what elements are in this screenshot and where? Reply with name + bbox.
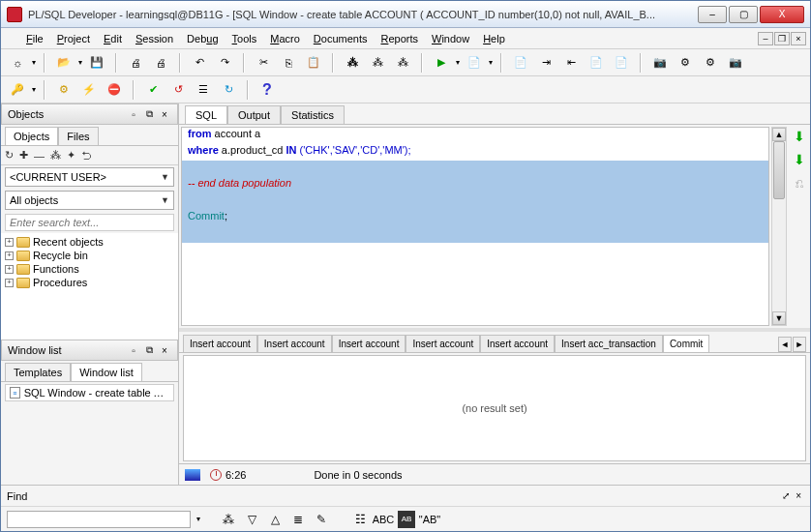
user-dropdown[interactable]: <CURRENT USER> ▼ bbox=[5, 167, 174, 187]
result-tab[interactable]: Insert account bbox=[480, 335, 555, 352]
find-up-icon[interactable]: △ bbox=[266, 511, 284, 528]
tab-statistics[interactable]: Statistics bbox=[281, 105, 345, 124]
delete-icon[interactable]: — bbox=[34, 150, 45, 162]
refresh-icon[interactable]: ↻ bbox=[5, 149, 14, 162]
find-close-icon[interactable]: × bbox=[793, 490, 804, 501]
find-all-icon[interactable]: ≣ bbox=[289, 511, 307, 528]
camera-icon[interactable]: 📷 bbox=[649, 52, 671, 74]
paste-icon[interactable]: 📋 bbox=[303, 52, 324, 74]
menu-tools[interactable]: Tools bbox=[226, 31, 263, 46]
rollback-icon[interactable]: ↺ bbox=[167, 79, 189, 101]
new-icon[interactable]: ☼ bbox=[7, 52, 28, 74]
tool4-icon[interactable]: 📷 bbox=[725, 52, 746, 74]
expand-icon[interactable]: + bbox=[5, 265, 14, 274]
tab-sql[interactable]: SQL bbox=[185, 105, 227, 124]
expand-icon[interactable]: + bbox=[5, 279, 14, 287]
rollback2-icon[interactable]: ↻ bbox=[218, 79, 239, 101]
help-icon[interactable]: ? bbox=[256, 79, 278, 101]
find-icon[interactable]: ⁂ bbox=[342, 52, 363, 74]
find-case-icon[interactable]: ABC bbox=[375, 511, 392, 528]
menu-session[interactable]: Session bbox=[130, 31, 179, 46]
menu-macro[interactable]: Macro bbox=[264, 31, 306, 46]
beautify-icon[interactable]: 📄 bbox=[586, 52, 607, 74]
execute-icon[interactable]: ▶ bbox=[431, 52, 452, 74]
close-button[interactable]: X bbox=[760, 6, 804, 23]
fetch-next-icon[interactable]: ⬇ bbox=[792, 129, 807, 144]
cut-icon[interactable]: ✂ bbox=[253, 52, 274, 74]
result-tab[interactable]: Insert account bbox=[257, 335, 332, 352]
more-icon[interactable]: ⮌ bbox=[81, 150, 92, 162]
beautify2-icon[interactable]: 📄 bbox=[611, 52, 632, 74]
print-icon[interactable]: 🖨 bbox=[125, 52, 146, 74]
scroll-down-icon[interactable]: ▼ bbox=[772, 311, 786, 325]
find-history-dropdown[interactable]: ▾ bbox=[196, 515, 200, 523]
find-go-icon[interactable]: ⁂ bbox=[220, 511, 237, 528]
tab-windowlist[interactable]: Window list bbox=[71, 363, 142, 381]
menu-file[interactable]: File bbox=[20, 31, 49, 46]
search-icon[interactable]: ⁂ bbox=[50, 149, 61, 162]
menu-help[interactable]: Help bbox=[477, 31, 511, 46]
panel-close-icon[interactable]: × bbox=[158, 343, 171, 357]
tree-item-procedures[interactable]: +Procedures bbox=[3, 276, 176, 289]
describe-icon[interactable]: 📄 bbox=[510, 52, 531, 74]
open-icon[interactable]: 📂 bbox=[53, 52, 75, 74]
result-tab[interactable]: Insert acc_transaction bbox=[555, 335, 663, 352]
print-setup-icon[interactable]: 🖨 bbox=[150, 52, 171, 74]
find-pin-icon[interactable]: ⤢ bbox=[779, 490, 793, 501]
scroll-up-icon[interactable]: ▲ bbox=[772, 128, 786, 141]
tab-templates[interactable]: Templates bbox=[5, 363, 71, 381]
gear-icon[interactable]: ⚙ bbox=[53, 79, 75, 101]
undo-icon[interactable]: ↶ bbox=[189, 52, 210, 74]
sql-editor[interactable]: from account a where a.product_cd IN ('C… bbox=[181, 127, 769, 326]
panel-opts-icon[interactable]: ▫ bbox=[127, 107, 140, 121]
explain-dropdown[interactable]: ▾ bbox=[489, 58, 493, 67]
tree-item-recent[interactable]: +Recent objects bbox=[3, 235, 176, 249]
find-quote-icon[interactable]: "AB" bbox=[421, 511, 438, 528]
redo-icon[interactable]: ↷ bbox=[214, 52, 235, 74]
filter-icon[interactable]: ✦ bbox=[67, 149, 75, 162]
lock-icon[interactable]: ⎌ bbox=[792, 175, 807, 191]
sql-icon[interactable]: ☰ bbox=[193, 79, 214, 101]
menu-documents[interactable]: Documents bbox=[308, 31, 374, 46]
scroll-thumb[interactable] bbox=[773, 141, 785, 199]
find-input[interactable] bbox=[7, 511, 191, 528]
result-tab-commit[interactable]: Commit bbox=[663, 335, 709, 352]
save-icon[interactable]: 💾 bbox=[86, 52, 107, 74]
indent-icon[interactable]: ⇥ bbox=[535, 52, 556, 74]
tab-scroll-right-icon[interactable]: ► bbox=[793, 337, 806, 352]
copy-icon[interactable]: ⎘ bbox=[278, 52, 299, 74]
menu-project[interactable]: Project bbox=[51, 31, 96, 46]
tab-scroll-left-icon[interactable]: ◄ bbox=[778, 337, 792, 352]
explain-icon[interactable]: 📄 bbox=[464, 52, 485, 74]
panel-close-icon[interactable]: × bbox=[158, 107, 171, 121]
logon-icon[interactable]: 🔑 bbox=[7, 79, 28, 101]
open-dropdown[interactable]: ▾ bbox=[78, 58, 82, 67]
menu-debug[interactable]: Debug bbox=[181, 31, 224, 46]
new-dropdown[interactable]: ▾ bbox=[32, 58, 36, 67]
kill-icon[interactable]: ⛔ bbox=[104, 79, 125, 101]
outdent-icon[interactable]: ⇤ bbox=[560, 52, 582, 74]
editor-scrollbar[interactable]: ▲ ▼ bbox=[771, 127, 787, 326]
app-menu-icon[interactable] bbox=[5, 32, 18, 45]
result-tab[interactable]: Insert account bbox=[183, 335, 257, 352]
menu-reports[interactable]: Reports bbox=[375, 31, 424, 46]
result-tab[interactable]: Insert account bbox=[406, 335, 480, 352]
panel-pin-icon[interactable]: ⧉ bbox=[142, 107, 156, 121]
replace-icon[interactable]: ⁂ bbox=[392, 52, 413, 74]
tab-objects[interactable]: Objects bbox=[5, 127, 58, 145]
tree-item-functions[interactable]: +Functions bbox=[3, 262, 176, 276]
mdi-close-button[interactable]: × bbox=[791, 32, 806, 45]
find-next-icon[interactable]: ⁂ bbox=[367, 52, 388, 74]
find-word-icon[interactable]: AB bbox=[398, 511, 415, 528]
panel-pin-icon[interactable]: ⧉ bbox=[142, 343, 156, 357]
commit-icon[interactable]: ✔ bbox=[142, 79, 164, 101]
tree-item-recycle[interactable]: +Recycle bin bbox=[3, 249, 176, 262]
tab-output[interactable]: Output bbox=[227, 105, 281, 124]
mdi-minimize-button[interactable]: – bbox=[758, 32, 773, 45]
break-icon[interactable]: ⚡ bbox=[78, 79, 100, 101]
tool2-icon[interactable]: ⚙ bbox=[675, 52, 696, 74]
add-icon[interactable]: ✚ bbox=[19, 149, 28, 162]
filter-dropdown[interactable]: All objects ▼ bbox=[5, 191, 174, 210]
tab-files[interactable]: Files bbox=[58, 127, 98, 145]
object-search-input[interactable] bbox=[5, 214, 174, 231]
